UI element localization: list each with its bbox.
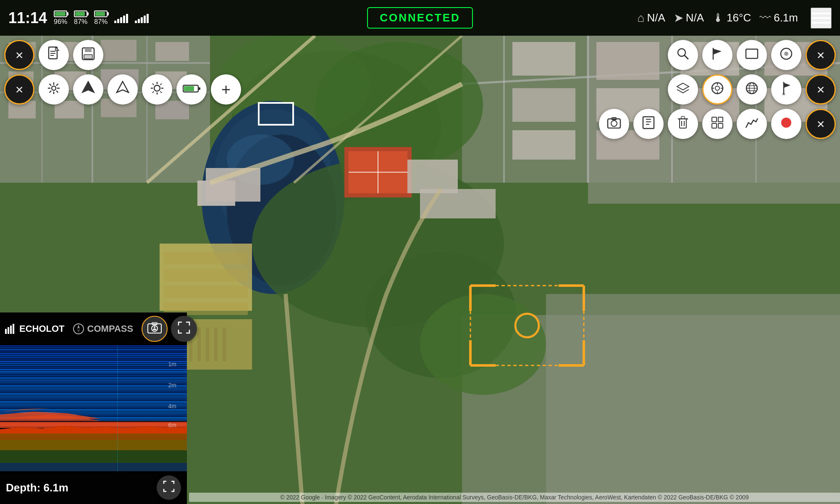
svg-line-109 xyxy=(152,91,154,93)
status-bar: 11:14 96% 87% 87% xyxy=(0,0,840,36)
add-button[interactable]: + xyxy=(211,74,241,105)
toolbar-right-row3: × xyxy=(599,109,836,139)
globe-button[interactable] xyxy=(737,74,767,105)
chart-button[interactable] xyxy=(737,109,767,139)
waypoint-filled-button[interactable] xyxy=(73,74,103,105)
wifi-signal xyxy=(135,13,149,23)
close-button-right-1[interactable]: × xyxy=(806,40,836,70)
circle-draw-button[interactable] xyxy=(771,40,801,70)
settings-button[interactable] xyxy=(39,74,69,105)
svg-rect-177 xyxy=(0,381,187,383)
svg-rect-165 xyxy=(0,357,187,358)
svg-rect-26 xyxy=(512,42,575,76)
compass-icon xyxy=(73,323,84,334)
layers-button[interactable] xyxy=(668,74,698,105)
record-button[interactable] xyxy=(771,109,801,139)
svg-rect-176 xyxy=(0,380,187,381)
record-icon xyxy=(780,116,793,132)
grid-view-button[interactable] xyxy=(702,109,732,139)
svg-rect-172 xyxy=(0,371,187,373)
menu-button[interactable] xyxy=(811,8,832,29)
svg-rect-53 xyxy=(164,286,248,298)
svg-rect-186 xyxy=(0,399,187,400)
svg-rect-171 xyxy=(0,369,187,370)
new-document-button[interactable] xyxy=(39,40,69,70)
echolot-fullscreen-button[interactable] xyxy=(157,475,181,500)
battery-3-bar xyxy=(94,10,108,17)
clock: 11:14 xyxy=(8,9,47,27)
target-button[interactable] xyxy=(702,74,732,105)
svg-rect-174 xyxy=(0,375,187,376)
photo-button[interactable] xyxy=(599,109,629,139)
echolot-camera-icon xyxy=(147,321,162,337)
svg-rect-187 xyxy=(0,401,187,403)
golf-flag-button[interactable] xyxy=(771,74,801,105)
svg-rect-116 xyxy=(746,49,758,58)
svg-rect-57 xyxy=(197,328,201,361)
echolot-tab[interactable]: ECHOLOT xyxy=(5,323,65,334)
battery-button[interactable] xyxy=(176,74,207,105)
svg-text:2m: 2m xyxy=(168,382,176,388)
svg-rect-143 xyxy=(712,117,717,122)
svg-rect-182 xyxy=(0,391,187,392)
wave-icon: 〰 xyxy=(759,11,771,25)
location-value: N/A xyxy=(686,11,704,24)
flag-icon xyxy=(711,47,723,63)
svg-point-131 xyxy=(782,93,785,95)
delete-button[interactable] xyxy=(668,109,698,139)
svg-point-147 xyxy=(781,118,791,128)
svg-rect-149 xyxy=(8,327,9,334)
home-icon: ⌂ xyxy=(637,11,644,25)
search-button[interactable] xyxy=(668,40,698,70)
brightness-button[interactable] xyxy=(142,74,172,105)
svg-rect-183 xyxy=(0,393,187,395)
svg-rect-167 xyxy=(0,361,187,362)
trash-icon xyxy=(677,116,689,132)
svg-rect-111 xyxy=(184,86,194,91)
svg-rect-185 xyxy=(0,397,187,399)
location-status: ➤ N/A xyxy=(674,11,704,25)
close-button-right-3[interactable]: × xyxy=(806,109,836,139)
battery-1-bar xyxy=(54,10,67,17)
save-button[interactable] xyxy=(73,40,103,70)
flag-button[interactable] xyxy=(702,40,732,70)
close-button-2[interactable]: × xyxy=(4,74,34,105)
echolot-camera-button[interactable] xyxy=(142,316,168,342)
depth-value: 6.1m xyxy=(774,11,798,24)
close-icon-r1: × xyxy=(817,47,825,63)
download-icon xyxy=(642,116,655,132)
document-icon xyxy=(47,46,60,64)
menu-line-3 xyxy=(811,22,831,24)
echolot-bar-icon xyxy=(5,324,16,334)
temp-value: 16°C xyxy=(727,11,751,24)
svg-line-107 xyxy=(160,91,162,93)
svg-rect-178 xyxy=(0,383,187,384)
svg-rect-163 xyxy=(0,353,187,354)
echolot-expand-button[interactable] xyxy=(171,316,197,342)
echolot-panel: ECHOLOT COMPASS xyxy=(0,312,187,504)
svg-line-106 xyxy=(152,83,154,85)
battery-2-label: 87% xyxy=(74,18,87,26)
photo-icon xyxy=(607,117,621,131)
close-button-1[interactable]: × xyxy=(4,40,34,70)
thermometer-icon: 🌡 xyxy=(712,11,724,25)
compass-tab[interactable]: COMPASS xyxy=(73,323,134,334)
rectangle-button[interactable] xyxy=(737,40,767,70)
battery-3: 87% xyxy=(94,10,108,26)
signal-bars xyxy=(114,13,128,23)
close-button-right-2[interactable]: × xyxy=(806,74,836,105)
echolot-footer: Depth: 6.1m xyxy=(0,471,187,504)
svg-line-98 xyxy=(56,91,58,92)
fullscreen-icon xyxy=(163,480,175,495)
toolbar-left-row1: × xyxy=(4,40,241,70)
layers-icon xyxy=(676,82,690,97)
download-button[interactable] xyxy=(633,109,664,139)
svg-rect-159 xyxy=(0,345,187,346)
waypoint-outline-button[interactable] xyxy=(108,74,138,105)
golf-flag-icon xyxy=(780,81,792,98)
toolbar-right-row1: × xyxy=(599,40,836,70)
svg-point-156 xyxy=(154,326,155,328)
chart-icon xyxy=(745,117,759,131)
svg-marker-201 xyxy=(0,433,187,440)
svg-marker-202 xyxy=(0,440,187,450)
